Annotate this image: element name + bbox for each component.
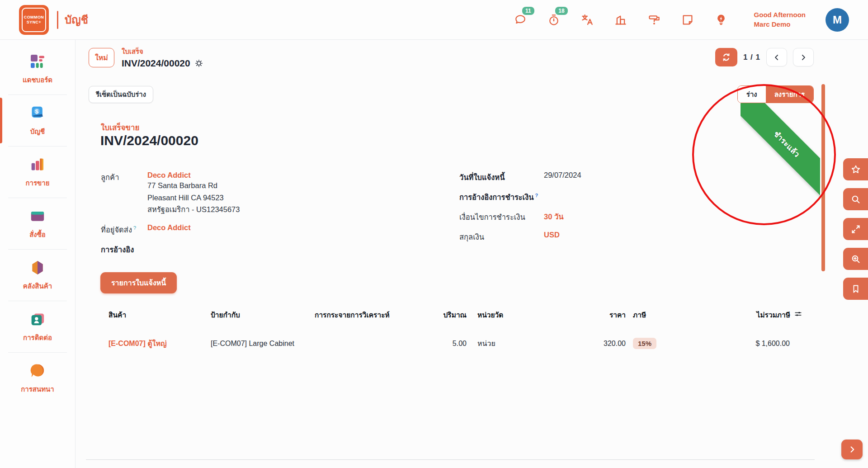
address-line: 77 Santa Barbara Rd (147, 180, 240, 192)
table-row[interactable]: [E-COM07] ตู้ใหญ่ [E-COM07] Large Cabine… (86, 338, 819, 349)
field-delivery-address: ที่อยู่จัดส่ง? Deco Addict (101, 223, 372, 236)
col-header-quantity[interactable]: ปริมาณ (426, 309, 467, 321)
sidebar-item-discuss[interactable]: การสนทนา (0, 353, 75, 404)
annotation-circle (692, 84, 836, 225)
customer-label: ลูกค้า (101, 171, 147, 216)
star-button[interactable] (843, 158, 868, 180)
invoice-lines-table: สินค้า ป้ายกำกับ การกระจายการวิเคราะห์ ป… (86, 309, 819, 349)
cell-label[interactable]: [E-COM07] Large Cabinet (211, 340, 315, 348)
sidebar-item-label: คลังสินค้า (23, 281, 52, 292)
new-badge[interactable]: ใหม่ (89, 48, 114, 67)
cell-subtotal[interactable]: $ 1,600.00 (689, 340, 819, 348)
col-header-analytic[interactable]: การกระจายการวิเคราะห์ (315, 309, 426, 321)
breadcrumb-parent[interactable]: ใบเสร็จ (122, 46, 203, 57)
field-customer: ลูกค้า Deco Addict 77 Santa Barbara Rd P… (101, 171, 372, 216)
logo-text-line1: COMMON (24, 15, 44, 19)
invoice-date-value[interactable]: 29/07/2024 (544, 171, 581, 183)
next-step-button[interactable] (841, 440, 863, 459)
tab-invoice-lines[interactable]: รายการใบแจ้งหนี้ (100, 272, 177, 293)
help-icon[interactable]: ? (133, 225, 136, 231)
sheet-bottom-divider (86, 459, 815, 460)
sidebar-item-accounting[interactable]: $ บัญชี (0, 95, 75, 146)
field-invoice-date: วันที่ใบแจ้งหนี้ 29/07/2024 (459, 171, 712, 183)
sidebar-item-label: บัญชี (30, 126, 45, 137)
accounting-icon: $ (28, 104, 47, 122)
refresh-button[interactable] (715, 48, 737, 66)
help-icon[interactable]: ? (535, 193, 538, 198)
currency-label: สกุลเงิน (459, 231, 544, 243)
sidebar-item-purchase[interactable]: สั่งซื้อ (0, 198, 75, 249)
chat-icon[interactable]: 11 (514, 13, 527, 27)
col-header-uom[interactable]: หน่วยวัด (467, 309, 539, 321)
side-toolbar (843, 158, 868, 300)
reference-label: การอ้างอิง (101, 243, 147, 255)
inventory-icon (28, 259, 47, 277)
reset-to-draft-button[interactable]: รีเซ็ตเป็นฉบับร่าง (89, 86, 153, 103)
col-header-label[interactable]: ป้ายกำกับ (211, 309, 315, 321)
col-header-tax[interactable]: ภาษี (626, 309, 689, 321)
fields-left-column: ลูกค้า Deco Addict 77 Santa Barbara Rd P… (101, 171, 372, 263)
pager-next-button[interactable] (793, 48, 814, 66)
user-greeting[interactable]: Good Afternoon Marc Demo (754, 10, 806, 29)
logo-text-line2: SYNC+ (27, 20, 41, 24)
tax-badge[interactable]: 15% (633, 338, 656, 349)
customer-address: 77 Santa Barbara Rd Pleasant Hill CA 945… (147, 180, 240, 216)
sidebar-item-label: การขาย (25, 178, 49, 189)
search-button[interactable] (843, 188, 868, 210)
field-payment-terms: เงื่อนไขการชำระเงิน 30 วัน (459, 211, 712, 223)
stopwatch-icon[interactable]: 18 (547, 13, 561, 27)
pager: 1 / 1 (715, 48, 814, 66)
sidebar-item-inventory[interactable]: คลังสินค้า (0, 250, 75, 301)
cell-quantity[interactable]: 5.00 (426, 340, 467, 348)
column-settings-icon[interactable] (794, 310, 802, 320)
payment-terms-value[interactable]: 30 วัน (544, 211, 563, 223)
delivery-address-label: ที่อยู่จัดส่ง? (101, 223, 147, 236)
app-logo-inner: COMMON SYNC+ (22, 8, 46, 32)
fields-right-column: วันที่ใบแจ้งหนี้ 29/07/2024 การอ้างอิงกา… (459, 171, 712, 251)
status-posted[interactable]: ลงรายการ (766, 86, 813, 103)
cell-product[interactable]: [E-COM07] ตู้ใหญ่ (86, 338, 211, 349)
col-header-product[interactable]: สินค้า (86, 309, 211, 321)
greeting-line2: Marc Demo (754, 20, 806, 29)
customer-link[interactable]: Deco Addict (147, 171, 240, 180)
payment-reference-label: การอ้างอิงการชำระเงิน? (459, 191, 544, 203)
delivery-address-link[interactable]: Deco Addict (147, 223, 191, 236)
gear-icon[interactable] (194, 59, 203, 68)
greeting-line1: Good Afternoon (754, 10, 806, 19)
paid-ribbon-container: ชำระแล้ว (741, 87, 820, 268)
app-root: COMMON SYNC+ บัญชี 11 18 (0, 0, 868, 468)
statusbar: ร่าง ลงรายการ (737, 85, 814, 103)
cell-uom[interactable]: หน่วย (467, 338, 539, 349)
sidebar-item-label: สั่งซื้อ (29, 229, 46, 240)
status-draft[interactable]: ร่าง (738, 86, 766, 103)
bookmark-button[interactable] (843, 278, 868, 300)
breadcrumb: ใหม่ ใบเสร็จ INV/2024/00020 (89, 46, 203, 69)
doc-number: INV/2024/00020 (100, 133, 198, 148)
app-logo[interactable]: COMMON SYNC+ (19, 5, 49, 35)
avatar-initial: M (833, 14, 842, 26)
cell-price[interactable]: 320.00 (539, 340, 626, 348)
activity-badge: 18 (555, 7, 567, 15)
paid-ribbon: ชำระแล้ว (741, 91, 820, 196)
building-icon[interactable] (614, 13, 627, 27)
note-icon[interactable] (681, 13, 694, 27)
contacts-icon (28, 310, 47, 328)
top-navbar: COMMON SYNC+ บัญชี 11 18 (0, 0, 868, 40)
currency-value[interactable]: USD (544, 231, 560, 243)
pager-previous-button[interactable] (766, 48, 787, 66)
app-name[interactable]: บัญชี (65, 11, 88, 28)
sidebar-item-sales[interactable]: การขาย (0, 147, 75, 198)
col-header-price[interactable]: ราคา (539, 309, 626, 321)
translate-icon[interactable] (580, 13, 594, 27)
expand-button[interactable] (843, 218, 868, 240)
vertical-scrollbar[interactable] (821, 84, 825, 271)
col-header-subtotal[interactable]: ไม่รวมภาษี (689, 309, 819, 321)
zoom-in-button[interactable] (843, 248, 868, 270)
paint-roller-icon[interactable] (647, 13, 661, 27)
sidebar-item-dashboard[interactable]: แดชบอร์ด (0, 43, 75, 95)
field-reference: การอ้างอิง (101, 243, 372, 255)
lightbulb-icon[interactable] (714, 13, 728, 27)
sidebar-item-contacts[interactable]: การติดต่อ (0, 301, 75, 352)
invoice-date-label: วันที่ใบแจ้งหนี้ (459, 171, 544, 183)
avatar[interactable]: M (826, 8, 849, 32)
